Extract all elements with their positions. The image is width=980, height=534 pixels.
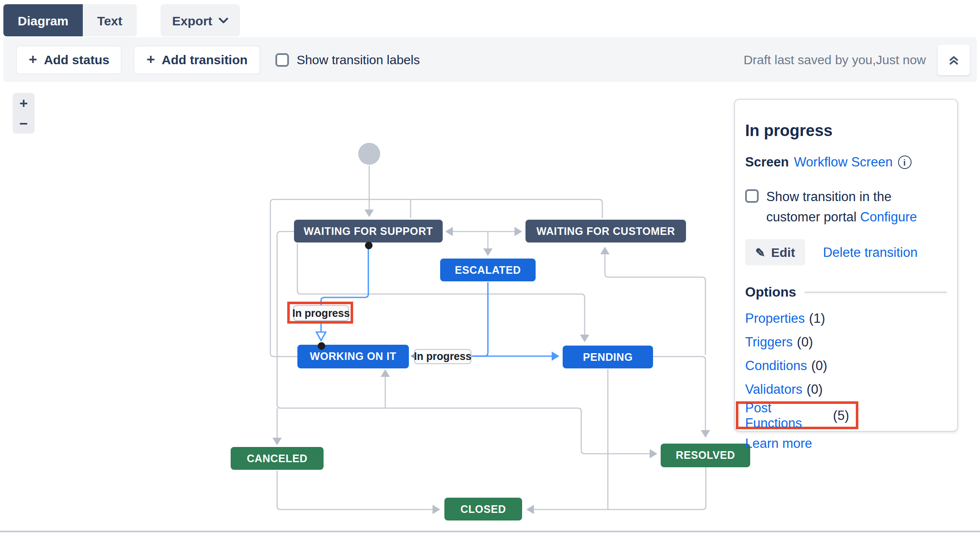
info-icon[interactable]: i <box>898 155 911 169</box>
show-transition-labels-label: Show transition labels <box>297 52 420 67</box>
transition-endpoint-dot[interactable] <box>317 342 325 349</box>
status-node-pending[interactable]: PENDING <box>563 346 653 368</box>
zoom-out-button[interactable]: − <box>19 116 28 131</box>
screen-row: Screen Workflow Screen i <box>745 155 947 170</box>
show-transition-labels-checkbox[interactable] <box>275 53 289 66</box>
canvas-bottom-border <box>0 531 980 532</box>
option-count: (5) <box>833 408 849 423</box>
options-divider <box>805 292 947 293</box>
delete-transition-link[interactable]: Delete transition <box>823 245 917 260</box>
option-link[interactable]: Post Functions <box>745 400 829 430</box>
portal-row: Show transition in the customer portal C… <box>745 187 947 227</box>
edit-label: Edit <box>771 245 795 259</box>
double-chevron-up-icon <box>947 53 961 66</box>
panel-actions: ✎ Edit Delete transition <box>745 239 947 265</box>
workflow-editor: Diagram Text Export + Add status + Add t… <box>0 0 980 534</box>
workflow-screen-link[interactable]: Workflow Screen <box>794 155 893 170</box>
option-link[interactable]: Triggers <box>745 335 793 350</box>
collapse-toolbar-button[interactable] <box>938 44 970 75</box>
portal-text: Show transition in the customer portal C… <box>766 187 947 227</box>
learn-more-link[interactable]: Learn more <box>745 436 812 451</box>
status-node-closed[interactable]: CLOSED <box>444 498 522 520</box>
transition-label[interactable]: In progress <box>414 349 471 364</box>
zoom-in-button[interactable]: + <box>19 96 28 110</box>
options-header: Options <box>745 285 947 300</box>
pencil-icon: ✎ <box>755 245 765 259</box>
draft-status-text: Draft last saved by you,Just now <box>743 52 926 67</box>
option-item-triggers: Triggers(0) <box>745 330 947 354</box>
tab-text[interactable]: Text <box>83 4 136 36</box>
export-button[interactable]: Export <box>161 4 240 36</box>
chevron-down-icon <box>219 17 229 23</box>
transition-label-selected[interactable]: In progress <box>293 305 349 321</box>
status-node-escalated[interactable]: ESCALATED <box>440 259 536 281</box>
zoom-controls: + − <box>13 93 35 134</box>
option-link[interactable]: Validators <box>745 382 803 397</box>
option-link[interactable]: Conditions <box>745 358 807 373</box>
export-label: Export <box>172 13 212 27</box>
panel-title: In progress <box>745 122 947 140</box>
status-node-waiting-for-support[interactable]: WAITING FOR SUPPORT <box>294 220 443 242</box>
plus-icon: + <box>147 52 155 67</box>
option-item-properties: Properties(1) <box>745 307 947 330</box>
start-node[interactable] <box>358 143 380 165</box>
option-item-validators: Validators(0) <box>745 378 947 401</box>
status-node-canceled[interactable]: CANCELED <box>231 447 324 470</box>
transition-detail-panel: In progress Screen Workflow Screen i Sho… <box>734 99 958 432</box>
portal-checkbox[interactable] <box>745 189 759 203</box>
option-link[interactable]: Properties <box>745 311 805 326</box>
show-transition-labels-row: Show transition labels <box>275 52 420 67</box>
tab-diagram[interactable]: Diagram <box>3 4 83 36</box>
edit-button[interactable]: ✎ Edit <box>745 239 805 265</box>
options-title: Options <box>745 285 796 300</box>
edit-toolbar: + Add status + Add transition Show trans… <box>3 37 977 82</box>
transition-endpoint-dot[interactable] <box>365 241 372 249</box>
option-count: (0) <box>797 335 813 350</box>
option-count: (0) <box>811 358 828 373</box>
add-status-button[interactable]: + Add status <box>17 46 121 73</box>
view-toolbar: Diagram Text Export <box>3 4 240 36</box>
toolbar-right: Draft last saved by you,Just now <box>743 44 977 75</box>
option-count: (1) <box>809 311 825 326</box>
option-count: (0) <box>807 382 823 397</box>
status-node-waiting-for-customer[interactable]: WAITING FOR CUSTOMER <box>525 220 686 242</box>
add-status-label: Add status <box>44 52 109 67</box>
view-tab-group: Diagram Text <box>3 4 137 36</box>
plus-icon: + <box>29 52 37 67</box>
configure-link[interactable]: Configure <box>860 210 917 224</box>
add-transition-button[interactable]: + Add transition <box>135 46 259 73</box>
screen-label: Screen <box>745 155 789 170</box>
status-node-working-on-it[interactable]: WORKING ON IT <box>297 345 409 368</box>
status-node-resolved[interactable]: RESOLVED <box>661 444 750 467</box>
option-item-post-functions: Post Functions(5) <box>736 401 858 429</box>
add-transition-label: Add transition <box>162 52 248 67</box>
option-item-conditions: Conditions(0) <box>745 354 947 378</box>
options-list: Properties(1)Triggers(0)Conditions(0)Val… <box>745 307 947 429</box>
